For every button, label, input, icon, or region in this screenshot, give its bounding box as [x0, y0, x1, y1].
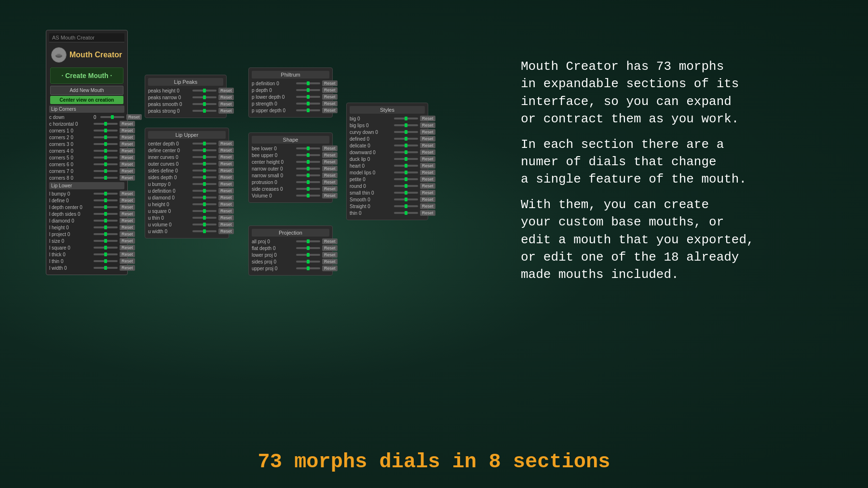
slider[interactable]: [94, 240, 118, 242]
reset-button[interactable]: Reset: [218, 168, 234, 173]
reset-button[interactable]: Reset: [322, 252, 338, 258]
slider[interactable]: [296, 82, 320, 84]
slider[interactable]: [192, 110, 217, 112]
reset-button[interactable]: Reset: [420, 197, 435, 202]
reset-button[interactable]: Reset: [420, 156, 435, 162]
reset-button[interactable]: Reset: [322, 159, 338, 165]
center-view-button[interactable]: Center view on creation: [50, 96, 123, 104]
reset-button[interactable]: Reset: [120, 258, 135, 264]
reset-button[interactable]: Reset: [420, 149, 435, 155]
reset-button[interactable]: Reset: [218, 161, 234, 167]
reset-button[interactable]: Reset: [218, 188, 234, 194]
slider[interactable]: [192, 230, 217, 232]
reset-button[interactable]: Reset: [322, 152, 338, 158]
slider[interactable]: [394, 165, 418, 167]
slider[interactable]: [94, 123, 118, 125]
slider[interactable]: [94, 150, 118, 152]
reset-button[interactable]: Reset: [218, 215, 234, 221]
reset-button[interactable]: Reset: [218, 195, 234, 200]
reset-button[interactable]: Reset: [322, 259, 338, 264]
slider[interactable]: [94, 136, 118, 138]
reset-button[interactable]: Reset: [420, 116, 435, 121]
reset-button[interactable]: Reset: [120, 175, 135, 181]
slider[interactable]: [296, 168, 320, 170]
reset-button[interactable]: Reset: [218, 108, 234, 114]
reset-button[interactable]: Reset: [420, 170, 435, 175]
reset-button[interactable]: Reset: [218, 174, 234, 180]
reset-button[interactable]: Reset: [420, 210, 435, 216]
reset-button[interactable]: Reset: [420, 203, 435, 209]
slider[interactable]: [394, 151, 418, 153]
reset-button[interactable]: Reset: [322, 179, 338, 185]
slider[interactable]: [94, 130, 118, 132]
slider[interactable]: [394, 124, 418, 126]
reset-button[interactable]: Reset: [322, 145, 338, 151]
slider[interactable]: [296, 109, 320, 111]
slider[interactable]: [192, 190, 217, 192]
reset-button[interactable]: Reset: [120, 121, 135, 127]
add-new-button[interactable]: Add New Mouth: [50, 86, 123, 95]
reset-button[interactable]: Reset: [420, 122, 435, 128]
slider[interactable]: [192, 197, 217, 198]
reset-button[interactable]: Reset: [420, 183, 435, 189]
slider[interactable]: [94, 233, 118, 235]
reset-button[interactable]: Reset: [218, 181, 234, 187]
reset-button[interactable]: Reset: [322, 186, 338, 192]
slider[interactable]: [394, 131, 418, 133]
slider[interactable]: [394, 212, 418, 214]
reset-button[interactable]: Reset: [218, 88, 234, 93]
slider[interactable]: [192, 224, 217, 225]
slider[interactable]: [296, 247, 320, 249]
slider[interactable]: [296, 103, 320, 105]
slider[interactable]: [94, 267, 118, 269]
reset-button[interactable]: Reset: [120, 231, 135, 237]
reset-button[interactable]: Reset: [322, 238, 338, 244]
slider[interactable]: [94, 220, 118, 222]
reset-button[interactable]: Reset: [420, 163, 435, 169]
slider[interactable]: [296, 154, 320, 156]
reset-button[interactable]: Reset: [322, 80, 338, 86]
slider[interactable]: [192, 210, 217, 212]
reset-button[interactable]: Reset: [120, 224, 135, 230]
slider[interactable]: [192, 96, 217, 98]
reset-button[interactable]: Reset: [120, 141, 135, 147]
slider[interactable]: [296, 96, 320, 98]
reset-button[interactable]: Reset: [218, 208, 234, 214]
slider[interactable]: [94, 143, 118, 145]
reset-button[interactable]: Reset: [218, 141, 234, 146]
reset-button[interactable]: Reset: [120, 191, 135, 197]
slider[interactable]: [296, 188, 320, 190]
slider[interactable]: [192, 183, 217, 185]
slider[interactable]: [192, 217, 217, 219]
reset-button[interactable]: Reset: [218, 147, 234, 153]
slider[interactable]: [192, 170, 217, 171]
slider[interactable]: [296, 254, 320, 256]
slider[interactable]: [394, 178, 418, 180]
slider[interactable]: [296, 174, 320, 176]
reset-button[interactable]: Reset: [322, 101, 338, 106]
slider[interactable]: [192, 90, 217, 92]
reset-button[interactable]: Reset: [218, 94, 234, 100]
reset-button[interactable]: Reset: [120, 155, 135, 160]
reset-button[interactable]: Reset: [420, 129, 435, 135]
slider[interactable]: [192, 203, 217, 205]
slider[interactable]: [296, 89, 320, 91]
reset-button[interactable]: Reset: [218, 201, 234, 207]
slider[interactable]: [394, 198, 418, 200]
slider[interactable]: [94, 193, 118, 195]
reset-button[interactable]: Reset: [322, 166, 338, 171]
reset-button[interactable]: Reset: [120, 204, 135, 210]
slider[interactable]: [394, 158, 418, 160]
reset-button[interactable]: Reset: [120, 134, 135, 140]
slider[interactable]: [394, 138, 418, 140]
reset-button[interactable]: Reset: [120, 161, 135, 167]
reset-button[interactable]: Reset: [126, 114, 142, 120]
reset-button[interactable]: Reset: [120, 168, 135, 174]
reset-button[interactable]: Reset: [120, 245, 135, 251]
slider[interactable]: [296, 147, 320, 149]
slider[interactable]: [296, 261, 320, 263]
reset-button[interactable]: Reset: [120, 148, 135, 154]
slider[interactable]: [100, 116, 124, 118]
slider[interactable]: [94, 157, 118, 158]
slider[interactable]: [94, 177, 118, 179]
